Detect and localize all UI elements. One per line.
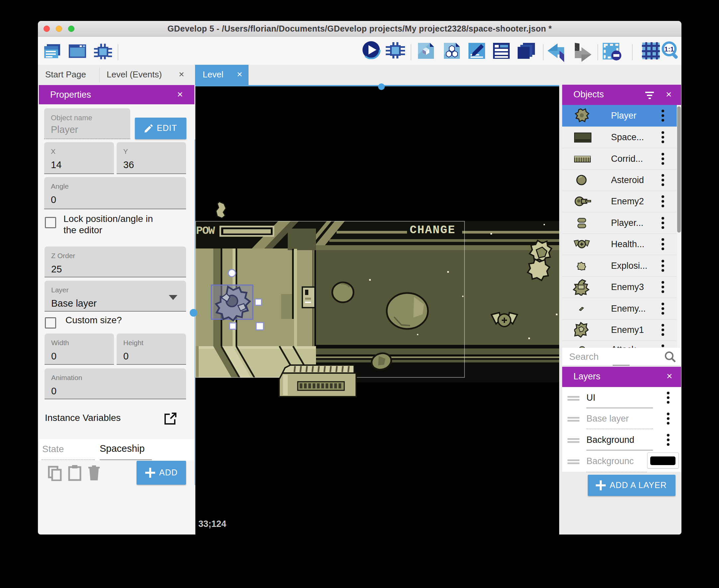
svg-text:POW: POW xyxy=(196,225,215,237)
svg-text:CHANGE: CHANGE xyxy=(410,224,456,237)
svg-text:1:1: 1:1 xyxy=(664,45,674,53)
